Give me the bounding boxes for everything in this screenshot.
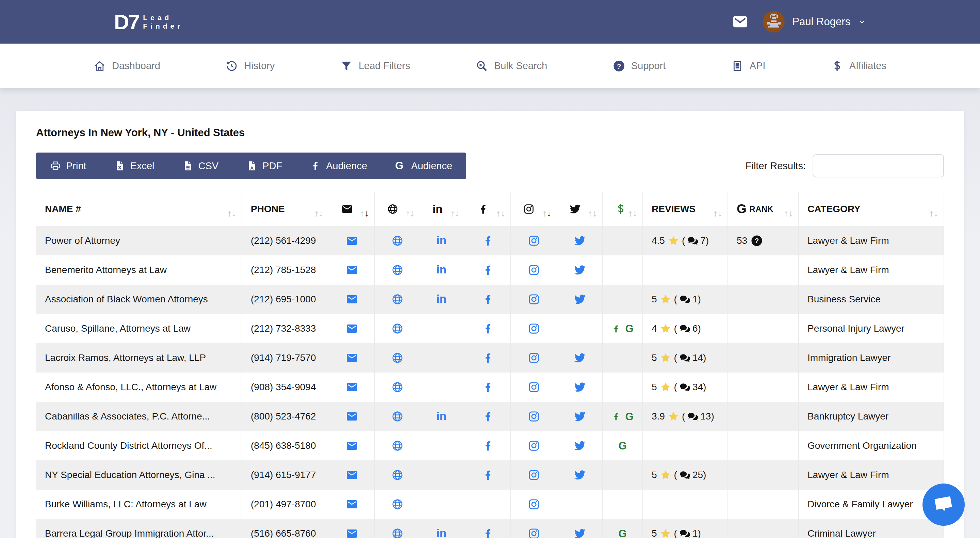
column-header-twitter[interactable]: ↑↓ <box>557 192 603 226</box>
website-link-icon[interactable] <box>391 352 404 364</box>
twitter-link-icon[interactable] <box>574 469 586 481</box>
instagram-link-icon[interactable] <box>528 293 540 305</box>
website-link-icon[interactable] <box>391 322 404 335</box>
website-link-icon[interactable] <box>391 293 404 305</box>
facebook-ads-icon[interactable] <box>611 412 620 421</box>
website-link-icon[interactable] <box>391 498 404 511</box>
csv-button[interactable]: CSV <box>169 153 233 179</box>
email-link-icon[interactable] <box>346 264 358 276</box>
facebook-ads-icon[interactable] <box>611 324 620 334</box>
email-link-icon[interactable] <box>346 527 358 538</box>
api-icon <box>731 60 743 72</box>
company-name: Burke Williams, LLC: Attorneys at Law <box>36 490 242 519</box>
grank-help-icon[interactable]: ? <box>751 235 762 246</box>
user-avatar[interactable] <box>763 11 785 33</box>
button-label: PDF <box>262 160 282 172</box>
email-link-icon[interactable] <box>346 469 358 481</box>
instagram-link-icon[interactable] <box>528 352 540 364</box>
column-header-phone[interactable]: PHONE↑↓ <box>242 192 329 226</box>
email-link-icon[interactable] <box>346 381 358 393</box>
facebook-link-icon[interactable] <box>482 381 494 393</box>
email-link-icon[interactable] <box>346 293 358 305</box>
facebook-link-icon[interactable] <box>482 264 494 276</box>
twitter-link-icon[interactable] <box>574 410 586 423</box>
linkedin-cell <box>420 490 465 519</box>
instagram-link-icon[interactable] <box>528 469 540 481</box>
excel-button[interactable]: Excel <box>100 153 169 179</box>
linkedin-link-icon[interactable]: in <box>437 235 449 247</box>
facebook-audience-button[interactable]: Audience <box>296 153 381 179</box>
linkedin-link-icon[interactable]: in <box>437 264 449 276</box>
facebook-link-icon[interactable] <box>482 527 494 538</box>
nav-item-support[interactable]: ?Support <box>613 60 666 72</box>
nav-item-affiliates[interactable]: Affiliates <box>831 60 886 72</box>
twitter-link-icon[interactable] <box>574 440 586 452</box>
pdf-button[interactable]: APDF <box>232 153 296 179</box>
linkedin-link-icon[interactable]: in <box>437 527 449 538</box>
column-header-instagram[interactable]: ↑↓ <box>511 192 557 226</box>
email-link-icon[interactable] <box>346 410 358 423</box>
instagram-link-icon[interactable] <box>528 440 540 452</box>
column-header-linkedin[interactable]: in↑↓ <box>420 192 465 226</box>
instagram-link-icon[interactable] <box>528 322 540 335</box>
instagram-link-icon[interactable] <box>528 498 540 511</box>
d7-lead-finder-logo[interactable]: D7 Lead Finder <box>114 10 183 34</box>
twitter-link-icon[interactable] <box>574 293 586 305</box>
facebook-link-icon[interactable] <box>482 293 494 305</box>
column-header-facebook[interactable]: ↑↓ <box>465 192 511 226</box>
website-link-icon[interactable] <box>391 235 404 247</box>
instagram-link-icon[interactable] <box>528 235 540 247</box>
linkedin-link-icon[interactable]: in <box>437 410 449 423</box>
website-link-icon[interactable] <box>391 410 404 423</box>
twitter-link-icon[interactable] <box>574 235 586 247</box>
column-header-email[interactable]: ↑↓ <box>329 192 375 226</box>
nav-item-dashboard[interactable]: Dashboard <box>94 60 160 72</box>
column-header-grank[interactable]: GRANK↑↓ <box>728 192 799 226</box>
website-link-icon[interactable] <box>391 440 404 452</box>
facebook-link-icon[interactable] <box>482 235 494 247</box>
google-ads-icon[interactable]: G <box>618 441 627 451</box>
nav-item-history[interactable]: History <box>226 60 275 72</box>
user-menu[interactable]: Paul Rogers <box>763 11 866 33</box>
twitter-link-icon[interactable] <box>574 381 586 393</box>
nav-item-api[interactable]: API <box>731 60 765 72</box>
linkedin-link-icon[interactable]: in <box>437 293 449 305</box>
nav-item-bulk-search[interactable]: Bulk Search <box>476 60 547 72</box>
column-header-name[interactable]: NAME #↑↓ <box>36 192 242 226</box>
twitter-link-icon[interactable] <box>574 352 586 364</box>
instagram-link-icon[interactable] <box>528 381 540 393</box>
email-link-icon[interactable] <box>346 352 358 364</box>
google-ads-icon[interactable]: G <box>618 528 627 538</box>
google-audience-button[interactable]: GAudience <box>381 153 466 179</box>
sort-arrows-icon: ↑↓ <box>628 208 637 219</box>
website-link-icon[interactable] <box>391 381 404 393</box>
chat-widget-button[interactable] <box>923 484 965 526</box>
instagram-link-icon[interactable] <box>528 527 540 538</box>
nav-item-lead-filters[interactable]: Lead Filters <box>340 60 410 72</box>
facebook-link-icon[interactable] <box>482 469 494 481</box>
column-header-category[interactable]: CATEGORY↑↓ <box>799 192 944 226</box>
facebook-link-icon[interactable] <box>482 410 494 423</box>
website-link-icon[interactable] <box>391 527 404 538</box>
email-link-icon[interactable] <box>346 440 358 452</box>
column-header-ads[interactable]: ↑↓ <box>603 192 643 226</box>
messages-icon[interactable] <box>732 15 748 29</box>
email-link-icon[interactable] <box>346 235 358 247</box>
twitter-link-icon[interactable] <box>574 527 586 538</box>
google-ads-icon[interactable]: G <box>625 411 633 422</box>
facebook-link-icon[interactable] <box>482 440 494 452</box>
email-link-icon[interactable] <box>346 322 358 335</box>
column-header-reviews[interactable]: REVIEWS↑↓ <box>643 192 728 226</box>
column-header-website[interactable]: ↑↓ <box>375 192 420 226</box>
twitter-link-icon[interactable] <box>574 264 586 276</box>
website-link-icon[interactable] <box>391 264 404 276</box>
google-ads-icon[interactable]: G <box>625 324 633 334</box>
filter-input[interactable] <box>813 154 944 177</box>
email-link-icon[interactable] <box>346 498 358 511</box>
print-button[interactable]: Print <box>36 153 100 179</box>
facebook-link-icon[interactable] <box>482 352 494 364</box>
website-link-icon[interactable] <box>391 469 404 481</box>
instagram-link-icon[interactable] <box>528 264 540 276</box>
facebook-link-icon[interactable] <box>482 322 494 335</box>
instagram-link-icon[interactable] <box>528 410 540 423</box>
